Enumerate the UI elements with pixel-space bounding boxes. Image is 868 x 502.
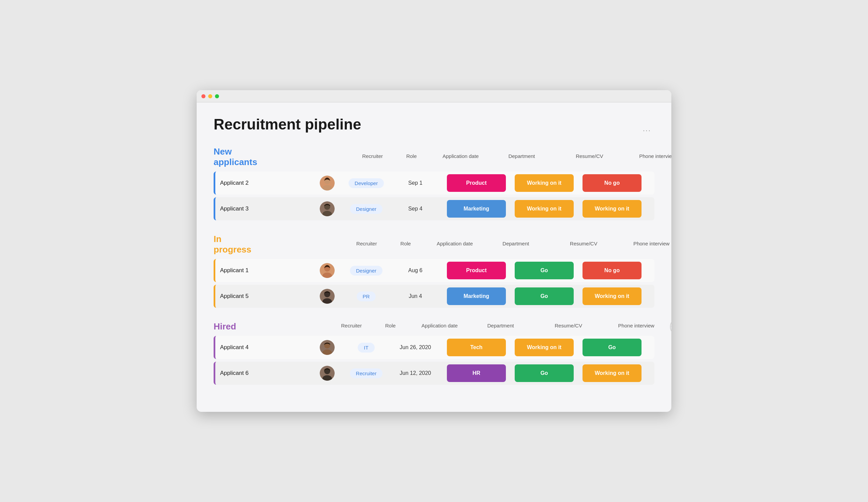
app-window: Recruitment pipeline ··· New applicantsR… xyxy=(197,90,671,412)
department-cell: Product xyxy=(443,259,510,282)
close-button[interactable] xyxy=(202,94,206,98)
col-header-2: Role xyxy=(390,153,434,159)
section-title-new-applicants: New applicants xyxy=(214,146,257,167)
table-row: Applicant 4 ITJun 26, 2020TechWorking on… xyxy=(214,336,654,359)
section-new-applicants: New applicantsRecruiterRoleApplication d… xyxy=(214,146,654,220)
role-badge: Designer xyxy=(350,266,382,275)
resume-status-badge: Working on it xyxy=(515,174,574,192)
phone-interview-cell: No go xyxy=(578,259,646,282)
col-header-5: Resume/CV xyxy=(534,323,602,328)
role-cell: Recruiter xyxy=(344,366,388,381)
section-in-progress: In progressRecruiterRoleApplication date… xyxy=(214,234,654,308)
applicant-name-cell: Applicant 4 xyxy=(215,341,310,354)
recruiter-avatar-cell xyxy=(310,260,344,281)
resume-cell: Go xyxy=(510,285,578,308)
table-row: Applicant 6 RecruiterJun 12, 2020HRGoWor… xyxy=(214,362,654,385)
role-badge: PR xyxy=(357,292,376,301)
department-cell: Product xyxy=(443,171,510,195)
col-header-4: Department xyxy=(466,323,534,328)
role-cell: Developer xyxy=(344,176,388,191)
table-row: Applicant 5 PRJun 4MarketingGoWorking on… xyxy=(214,285,654,308)
sections-container: New applicantsRecruiterRoleApplication d… xyxy=(214,146,654,385)
department-cell: Tech xyxy=(443,336,510,359)
resume-cell: Go xyxy=(510,259,578,282)
phone-interview-cell: No go xyxy=(578,171,646,195)
recruiter-avatar-cell xyxy=(310,337,344,358)
date-cell: Jun 26, 2020 xyxy=(388,342,443,353)
role-cell: Designer xyxy=(344,263,388,278)
applicant-name-cell: Applicant 1 xyxy=(215,264,310,276)
role-badge: Developer xyxy=(349,178,384,188)
applicant-name: Applicant 6 xyxy=(220,370,249,377)
applicant-name: Applicant 4 xyxy=(220,344,249,351)
phone-interview-cell: Working on it xyxy=(578,197,646,220)
col-header-4: Department xyxy=(488,153,556,159)
department-badge: HR xyxy=(447,364,506,382)
section-title-hired: Hired xyxy=(214,321,236,332)
recruiter-avatar-cell xyxy=(310,286,344,306)
date-cell: Aug 6 xyxy=(388,265,443,276)
section-header-hired: HiredRecruiterRoleApplication dateDepart… xyxy=(214,321,654,332)
avatar xyxy=(320,176,335,190)
col-header-5: Resume/CV xyxy=(550,241,618,247)
phone-interview-badge: No go xyxy=(582,262,641,279)
col-header-6: Phone interview xyxy=(602,323,670,328)
phone-interview-badge: Working on it xyxy=(582,364,641,382)
department-badge: Product xyxy=(447,174,506,192)
avatar xyxy=(320,263,335,278)
resume-status-badge: Working on it xyxy=(515,338,574,356)
resume-status-badge: Go xyxy=(515,262,574,279)
date-cell: Sep 1 xyxy=(388,177,443,189)
section-hired: HiredRecruiterRoleApplication dateDepart… xyxy=(214,321,654,385)
date-cell: Sep 4 xyxy=(388,203,443,215)
section-header-new-applicants: New applicantsRecruiterRoleApplication d… xyxy=(214,146,654,167)
applicant-name: Applicant 1 xyxy=(220,267,249,274)
department-badge: Marketing xyxy=(447,200,506,218)
resume-status-badge: Go xyxy=(515,287,574,305)
table-row: Applicant 1 DesignerAug 6ProductGoNo go xyxy=(214,259,654,282)
table-row: Applicant 3 DesignerSep 4MarketingWorkin… xyxy=(214,197,654,220)
col-header-1: Recruiter xyxy=(350,241,383,247)
col-header-0 xyxy=(255,241,350,247)
section-title-in-progress: In progress xyxy=(214,234,251,255)
col-header-6: Phone interview xyxy=(623,153,671,159)
role-badge: Recruiter xyxy=(350,368,383,378)
resume-cell: Go xyxy=(510,362,578,385)
maximize-button[interactable] xyxy=(215,94,219,98)
page-title: Recruitment pipeline xyxy=(214,116,654,133)
col-header-3: Application date xyxy=(427,241,482,247)
col-headers-new-applicants: RecruiterRoleApplication dateDepartmentR… xyxy=(257,153,671,161)
titlebar xyxy=(197,90,671,102)
phone-interview-badge: Go xyxy=(582,338,641,356)
department-cell: Marketing xyxy=(443,285,510,308)
resume-cell: Working on it xyxy=(510,336,578,359)
add-row-button-hired[interactable]: + xyxy=(670,322,671,332)
col-header-6: Phone interview xyxy=(618,241,671,247)
role-badge: Designer xyxy=(350,204,382,214)
department-badge: Product xyxy=(447,262,506,279)
col-headers-in-progress: RecruiterRoleApplication dateDepartmentR… xyxy=(251,241,671,249)
table-row: Applicant 2 DeveloperSep 1ProductWorking… xyxy=(214,171,654,195)
department-badge: Marketing xyxy=(447,287,506,305)
recruiter-avatar-cell xyxy=(310,173,344,193)
phone-interview-cell: Working on it xyxy=(578,285,646,308)
applicant-name-cell: Applicant 2 xyxy=(215,177,310,189)
col-header-3: Application date xyxy=(434,153,488,159)
recruiter-avatar-cell xyxy=(310,199,344,219)
avatar xyxy=(320,340,335,355)
resume-cell: Working on it xyxy=(510,197,578,220)
date-cell: Jun 12, 2020 xyxy=(388,367,443,379)
col-header-0 xyxy=(239,323,334,328)
phone-interview-badge: Working on it xyxy=(582,200,641,218)
applicant-name-cell: Applicant 6 xyxy=(215,367,310,379)
minimize-button[interactable] xyxy=(208,94,212,98)
resume-status-badge: Go xyxy=(515,364,574,382)
phone-interview-cell: Go xyxy=(578,336,646,359)
phone-interview-badge: Working on it xyxy=(582,287,641,305)
more-options-button[interactable]: ··· xyxy=(643,126,651,135)
phone-interview-cell: Working on it xyxy=(578,362,646,385)
col-header-2: Role xyxy=(368,323,412,328)
date-cell: Jun 4 xyxy=(388,291,443,302)
applicant-name-cell: Applicant 3 xyxy=(215,203,310,215)
col-headers-hired: RecruiterRoleApplication dateDepartmentR… xyxy=(236,323,670,331)
